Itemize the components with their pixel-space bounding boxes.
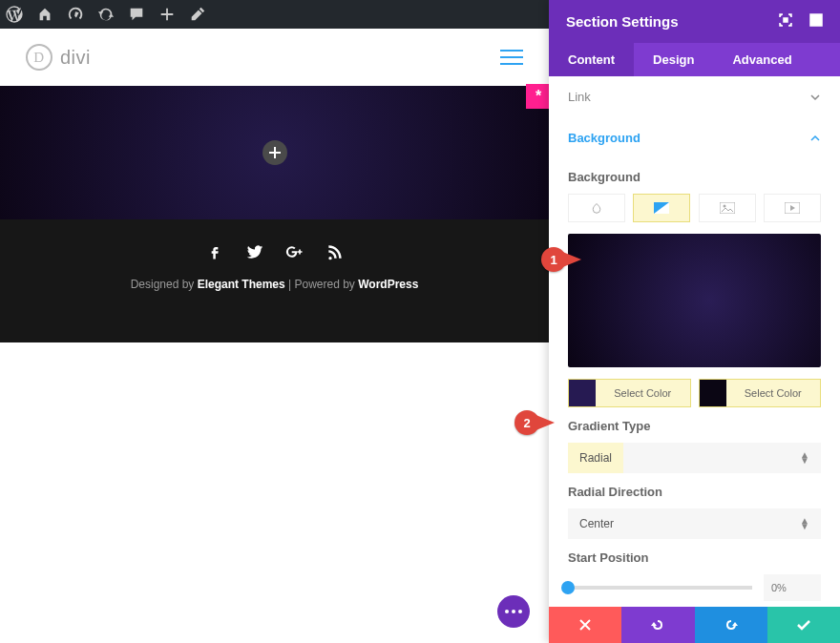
select-arrows-icon: ▲▼	[800, 518, 809, 529]
gradient-color-1[interactable]: Select Color	[568, 379, 691, 407]
expand-icon[interactable]	[779, 13, 792, 30]
tab-advanced[interactable]: Advanced	[713, 43, 810, 76]
background-label: Background	[568, 170, 821, 184]
gradient-color-2[interactable]: Select Color	[699, 379, 822, 407]
select-color-2-label: Select Color	[726, 387, 821, 399]
panel-title: Section Settings	[566, 13, 679, 30]
panel-footer	[549, 607, 840, 643]
page-preview: D divi * Designed by Elegant Themes | Po…	[0, 29, 549, 643]
builder-fab[interactable]	[497, 595, 530, 628]
bg-tab-color[interactable]	[568, 194, 625, 222]
site-footer: Designed by Elegant Themes | Powered by …	[0, 219, 549, 342]
footer-credit: Designed by Elegant Themes | Powered by …	[0, 278, 549, 291]
gradient-preview[interactable]	[568, 234, 821, 367]
gradient-colors: Select Color Select Color	[568, 379, 821, 407]
credit-platform-link[interactable]: WordPress	[358, 278, 418, 291]
radial-direction-value: Center	[579, 517, 614, 530]
start-position-label: Start Position	[568, 550, 821, 565]
credit-prefix: Designed by	[131, 278, 198, 291]
credit-mid: | Powered by	[285, 278, 359, 291]
module-badge[interactable]: *	[526, 84, 551, 109]
cancel-button[interactable]	[549, 607, 621, 643]
section-background-label: Background	[568, 131, 640, 145]
menu-toggle[interactable]	[500, 50, 523, 65]
snap-icon[interactable]	[809, 13, 823, 30]
save-button[interactable]	[767, 607, 840, 643]
undo-button[interactable]	[621, 607, 694, 643]
facebook-icon[interactable]	[205, 242, 224, 264]
add-module-button[interactable]	[262, 140, 287, 165]
callout-1: 1	[541, 247, 581, 272]
credit-theme-link[interactable]: Elegant Themes	[198, 278, 285, 291]
chevron-up-icon	[809, 133, 821, 144]
select-arrows-icon: ▲▼	[800, 452, 809, 464]
googleplus-icon[interactable]	[285, 242, 304, 264]
panel-header: Section Settings	[549, 0, 840, 43]
radial-direction-label: Radial Direction	[568, 485, 821, 499]
bg-tab-gradient[interactable]	[633, 194, 690, 222]
redo-button[interactable]	[695, 607, 767, 643]
comment-icon[interactable]	[128, 6, 145, 23]
pencil-icon[interactable]	[189, 6, 206, 23]
bg-tab-image[interactable]	[699, 194, 756, 222]
rss-icon[interactable]	[326, 242, 345, 264]
svg-point-5	[723, 205, 725, 208]
home-icon[interactable]	[36, 6, 53, 23]
dashboard-icon[interactable]	[67, 6, 84, 23]
background-type-tabs	[568, 194, 821, 222]
gradient-type-select[interactable]: Radial ▲▼	[568, 443, 821, 473]
color-swatch-2	[700, 380, 726, 406]
bg-tab-video[interactable]	[764, 194, 821, 222]
radial-direction-select[interactable]: Center ▲▼	[568, 508, 821, 539]
chevron-down-icon	[809, 92, 821, 103]
site-header: D divi	[0, 29, 549, 86]
tab-design[interactable]: Design	[634, 43, 713, 76]
slider-thumb[interactable]	[561, 581, 575, 594]
callout-2: 2	[514, 410, 555, 435]
section-background[interactable]: Background	[568, 117, 821, 158]
tab-content[interactable]: Content	[549, 43, 634, 76]
svg-rect-1	[810, 14, 822, 26]
wordpress-icon[interactable]	[6, 6, 23, 23]
settings-panel: Section Settings Content Design Advanced…	[549, 0, 840, 643]
site-logo[interactable]: D divi	[26, 44, 91, 71]
plus-icon[interactable]	[158, 6, 176, 23]
section-link-label: Link	[568, 90, 591, 104]
color-swatch-1	[569, 380, 596, 406]
panel-body: Link Background Background Select Color …	[549, 76, 840, 607]
twitter-icon[interactable]	[245, 242, 264, 264]
slider-track[interactable]	[568, 586, 752, 590]
logo-text: divi	[60, 47, 91, 69]
select-color-1-label: Select Color	[596, 387, 690, 399]
start-position-slider[interactable]: 0%	[568, 574, 821, 601]
logo-mark: D	[26, 44, 52, 71]
social-links	[0, 242, 549, 264]
sync-icon[interactable]	[97, 6, 115, 23]
start-position-value[interactable]: 0%	[764, 574, 821, 601]
gradient-type-label: Gradient Type	[568, 419, 821, 433]
section-link[interactable]: Link	[568, 76, 821, 117]
hero-section[interactable]: *	[0, 86, 549, 219]
panel-tabs: Content Design Advanced	[549, 43, 840, 76]
svg-rect-0	[784, 18, 788, 22]
gradient-type-value: Radial	[568, 443, 623, 473]
